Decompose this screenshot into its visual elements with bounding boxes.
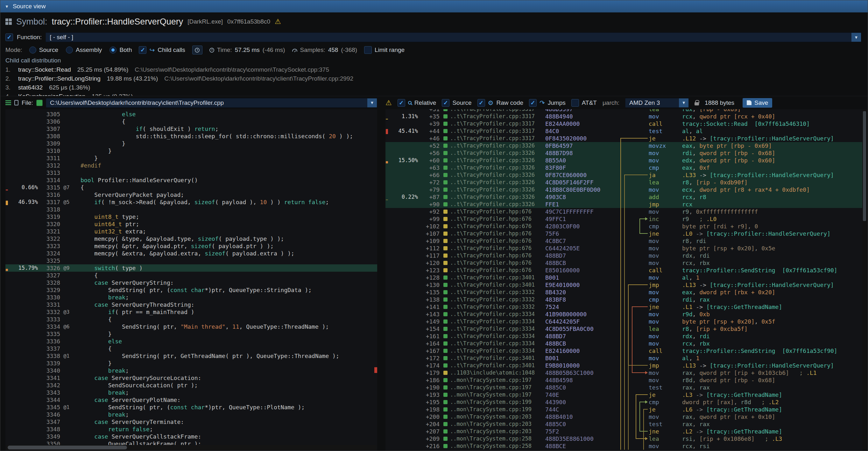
- asm-row-+87[interactable]: 0.22%+87..t\TracyProfiler.cpp:33264903C8…: [385, 193, 863, 201]
- asm-row-+120[interactable]: +120..t\TracyProfiler.hpp:676488BCBmovrc…: [385, 259, 863, 267]
- source-line-3309[interactable]: 3309 }: [5, 140, 377, 147]
- source-line-3321[interactable]: 3321 uint32_t extra;: [5, 228, 377, 235]
- mode-radio-assembly[interactable]: Assembly: [66, 47, 102, 54]
- asm-row-+167[interactable]: +167..t\TracyProfiler.cpp:3334E824160000…: [385, 347, 863, 355]
- source-line-3311[interactable]: 3311 }: [5, 154, 377, 162]
- source-line-3329[interactable]: 3329 SendString( ptr, (const char*)ptr, …: [5, 286, 377, 294]
- source-line-3308[interactable]: 3308 std::this_thread::sleep_for( std::c…: [5, 132, 377, 140]
- source-line-3305[interactable]: 3305 else: [5, 111, 377, 118]
- asm-row-+164[interactable]: +164..t\TracyProfiler.cpp:3334488BCBmovr…: [385, 340, 863, 347]
- asm-row-+66[interactable]: +66..t\TracyProfiler.cpp:33260F87CE06000…: [385, 171, 863, 179]
- collapse-icon[interactable]: ▼: [5, 4, 9, 9]
- source-line-3306[interactable]: 3306 {: [5, 118, 377, 125]
- source-line-3323[interactable]: 3323 memcpy( &ptr, &payload.ptr, sizeof(…: [5, 242, 377, 250]
- asm-row-+117[interactable]: +117..t\TracyProfiler.hpp:676488BD7movrd…: [385, 252, 863, 259]
- child-call-item[interactable]: 3.stat64i32625 μs (1.36%): [5, 83, 863, 92]
- asm-row-+207[interactable]: +207..mon\TracySystem.cpp:20375F2jne.L2 …: [385, 428, 863, 435]
- asm-row-+39[interactable]: +39..t\TracyProfiler.cpp:3317E824AA0000c…: [385, 120, 863, 127]
- source-line-3339[interactable]: 3339 }: [5, 360, 377, 367]
- asm-row-+52[interactable]: +52..t\TracyProfiler.cpp:33260FB64597mov…: [385, 142, 863, 149]
- source-line-3330[interactable]: 3330 break;: [5, 294, 377, 301]
- asm-row-+141[interactable]: +141..t\TracyProfiler.cpp:33327524jne.L1…: [385, 303, 863, 310]
- asm-row-+90[interactable]: +90..t\TracyProfiler.cpp:3326FFE1jmprcx: [385, 201, 863, 208]
- child-calls-checkbox[interactable]: ✓ ↪ Child calls: [139, 46, 185, 54]
- asm-row-+190[interactable]: +190..mon\TracySystem.cpp:1974885C0testr…: [385, 384, 863, 391]
- asm-row-+179[interactable]: +179..1103\include\atomic:1048488B05B63C…: [385, 369, 863, 377]
- asm-row-+63[interactable]: +63..t\TracyProfiler.cpp:332683F80Fcmpea…: [385, 164, 863, 171]
- asm-row-+204[interactable]: +204..mon\TracySystem.cpp:2034885C0testr…: [385, 420, 863, 428]
- asm-row-+79[interactable]: +79..t\TracyProfiler.cpp:3326418B8C80E0B…: [385, 186, 863, 193]
- source-line-3307[interactable]: 3307 if( shouldExit ) return;: [5, 125, 377, 132]
- source-line-3332[interactable]: 3332@3 if( ptr == m_mainThread ): [5, 308, 377, 315]
- assembly-pane[interactable]: +31..t\TracyProfiler.cpp:3317488D5597lea…: [385, 109, 863, 451]
- asm-row-+128[interactable]: +128..t\TracyProfiler.cpp:3401B001moval,…: [385, 274, 863, 281]
- asm-row-+138[interactable]: +138..t\TracyProfiler.cpp:3332483BF8cmpr…: [385, 296, 863, 303]
- child-call-item[interactable]: 1.tracy::Socket::Read25.25 ms (54.89%)C:…: [5, 65, 863, 74]
- asm-row-+72[interactable]: +72..t\TracyProfiler.cpp:33264C8D05F146F…: [385, 179, 863, 186]
- jumps-checkbox[interactable]: ✓ ↷ Jumps: [529, 99, 566, 107]
- asm-row-+172[interactable]: +172..t\TracyProfiler.cpp:3401B001moval,…: [385, 355, 863, 362]
- source-line-3335[interactable]: 3335 }: [5, 330, 377, 338]
- asm-row-+102[interactable]: +102..t\TracyProfiler.hpp:67642803C0F00c…: [385, 222, 863, 230]
- asm-row-+35[interactable]: 1.31%+35..t\TracyProfiler.cpp:3317488B49…: [385, 113, 863, 120]
- source-line-3340[interactable]: 3340 break;: [5, 367, 377, 374]
- asm-row-+209[interactable]: +209..mon\TracySystem.cpp:258488D35E8861…: [385, 435, 863, 442]
- source-line-3318[interactable]: 3318: [5, 206, 377, 213]
- asm-row-+107[interactable]: +107..t\TracyProfiler.hpp:67675F6jne.L0 …: [385, 230, 863, 237]
- source-horizontal-scrollbar[interactable]: [6, 445, 376, 450]
- mode-radio-both[interactable]: Both: [110, 47, 132, 54]
- source-line-3319[interactable]: 3319 uint8_t type;: [5, 213, 377, 220]
- source-line-3324[interactable]: 3324 memcpy( &extra, &payload.extra, siz…: [5, 250, 377, 257]
- source-line-3338[interactable]: 3338@1 SendString( ptr, GetThreadName( p…: [5, 352, 377, 360]
- window-vertical-scrollbar[interactable]: [862, 109, 867, 449]
- chevron-down-icon[interactable]: ▼: [851, 33, 861, 42]
- asm-row-+186[interactable]: +186..mon\TracySystem.cpp:197448B4598mov…: [385, 377, 863, 384]
- asm-row-+149[interactable]: +149..t\TracyProfiler.cpp:3334C64424205F…: [385, 318, 863, 325]
- source-line-3349[interactable]: 3349 case ServerQueryCallstackFrame:: [5, 433, 377, 440]
- source-line-3328[interactable]: 3328 case ServerQueryString:: [5, 279, 377, 286]
- asm-row-+143[interactable]: +143..t\TracyProfiler.cpp:333441B90B0000…: [385, 310, 863, 318]
- asm-row-+44[interactable]: 45.41%+44..t\TracyProfiler.cpp:331784C0t…: [385, 127, 863, 135]
- function-checkbox[interactable]: ✓: [5, 33, 13, 41]
- source-line-3317[interactable]: 46.93%3317@5 if( !m_sock->Read( &payload…: [5, 199, 377, 206]
- source-line-3345[interactable]: 3345@1 SendString( ptr, (const char*)ptr…: [5, 403, 377, 411]
- asm-row-+123[interactable]: +123..t\TracyProfiler.hpp:676E850160000c…: [385, 267, 863, 274]
- asm-row-+161[interactable]: +161..t\TracyProfiler.cpp:3334488BD7movr…: [385, 332, 863, 340]
- source-line-3334[interactable]: 3334@6 SendString( ptr, "Main thread", 1…: [5, 323, 377, 330]
- asm-row-+92[interactable]: +92..t\TracyProfiler.hpp:67649C7C1FFFFFF…: [385, 208, 863, 215]
- function-combo[interactable]: [ - self - ] ▼: [45, 32, 861, 42]
- raw-code-checkbox[interactable]: ✓ ⚙ Raw code: [477, 99, 523, 107]
- asm-row-+195[interactable]: +195..mon\TracySystem.cpp:199443900cmpdw…: [385, 398, 863, 406]
- file-combo[interactable]: C:\Users\wolf\Desktop\darkrl\contrib\tra…: [46, 98, 377, 108]
- source-line-3313[interactable]: 3313: [5, 169, 377, 176]
- asm-row-+112[interactable]: +112..t\TracyProfiler.hpp:676C64424205Em…: [385, 245, 863, 252]
- source-line-3314[interactable]: 3314bool Profiler::HandleServerQuery(): [5, 176, 377, 184]
- asm-row-+99[interactable]: +99..t\TracyProfiler.hpp:67649FFC1incr9 …: [385, 215, 863, 222]
- source-line-3337[interactable]: 3337 {: [5, 345, 377, 352]
- child-call-item[interactable]: 4.KeSynchronizeExecution125 μs (0.27%): [5, 92, 863, 96]
- source-line-3346[interactable]: 3346 break;: [5, 411, 377, 418]
- source-line-3342[interactable]: 3342 SendSourceLocation( ptr );: [5, 382, 377, 389]
- relative-checkbox[interactable]: ✓ Relative: [398, 99, 436, 107]
- source-line-3327[interactable]: 3327 {: [5, 272, 377, 279]
- uarch-combo[interactable]: AMD Zen 3 ▼: [625, 98, 689, 108]
- asm-row-+31[interactable]: +31..t\TracyProfiler.cpp:3317488D5597lea…: [385, 109, 863, 113]
- source-line-3343[interactable]: 3343 break;: [5, 389, 377, 396]
- asm-row-+135[interactable]: +135..t\TracyProfiler.cpp:33328B4320move…: [385, 289, 863, 296]
- asm-row-+193[interactable]: +193..mon\TracySystem.cpp:197740Eje.L3 -…: [385, 391, 863, 398]
- clock-button[interactable]: [192, 46, 203, 55]
- asm-row-+216[interactable]: +216..mon\TracySystem.cpp:258488BCEmovrc…: [385, 442, 863, 450]
- source-line-3326[interactable]: 15.79%3326@9 switch( type ): [5, 264, 377, 272]
- limit-range-checkbox[interactable]: Limit range: [364, 46, 405, 54]
- asm-row-+198[interactable]: +198..mon\TracySystem.cpp:199744Cje.L6 -…: [385, 406, 863, 413]
- source-line-3315[interactable]: 0.66%3315@7{: [5, 184, 377, 191]
- child-call-item[interactable]: 2.tracy::Profiler::SendLongString19.88 m…: [5, 74, 863, 83]
- asm-row-+174[interactable]: +174..t\TracyProfiler.cpp:3401E9B8010000…: [385, 362, 863, 369]
- source-line-3344[interactable]: 3344 case ServerQueryPlotName:: [5, 396, 377, 403]
- source-line-3348[interactable]: 3348 return false;: [5, 425, 377, 433]
- source-line-3310[interactable]: 3310 }: [5, 147, 377, 154]
- source-checkbox[interactable]: ✓ Source: [442, 99, 471, 107]
- source-line-3312[interactable]: 3312#endif: [5, 162, 377, 169]
- mode-radio-source[interactable]: Source: [29, 47, 58, 54]
- titlebar[interactable]: ▼ Source view: [0, 0, 868, 12]
